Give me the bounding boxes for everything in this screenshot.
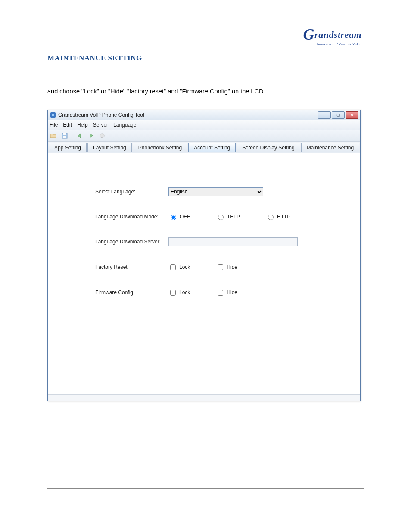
check-firmware-lock-label: Lock — [179, 289, 190, 296]
folder-open-icon[interactable] — [50, 132, 57, 140]
maximize-button[interactable]: ▢ — [332, 111, 345, 119]
svg-point-1 — [52, 114, 54, 116]
check-factory-hide-label: Hide — [227, 264, 237, 270]
menu-edit[interactable]: Edit — [63, 122, 72, 128]
check-firmware-hide-label: Hide — [227, 289, 237, 296]
brand-logo: Grandstream Innovative IP Voice & Video — [303, 24, 361, 46]
label-factory-reset: Factory Reset: — [95, 264, 168, 270]
back-arrow-icon[interactable] — [76, 132, 84, 140]
titlebar: Grandstream VoIP Phone Config Tool – ▢ ✕ — [48, 110, 360, 120]
radio-off[interactable]: OFF — [168, 213, 190, 220]
tab-screen-display-setting[interactable]: Screen Display Setting — [237, 143, 300, 152]
radio-tftp[interactable]: TFTP — [216, 213, 240, 220]
label-firmware-config: Firmware Config: — [95, 289, 168, 296]
radio-http-label: HTTP — [277, 214, 290, 220]
check-factory-lock-label: Lock — [179, 264, 190, 270]
tab-phonebook-setting[interactable]: Phonebook Setting — [133, 143, 187, 152]
app-window: Grandstream VoIP Phone Config Tool – ▢ ✕… — [47, 110, 361, 401]
tabstrip: App Setting Layout Setting Phonebook Set… — [48, 142, 360, 152]
select-language[interactable]: English — [168, 187, 263, 196]
app-icon — [50, 112, 56, 118]
tab-account-setting[interactable]: Account Setting — [188, 143, 236, 152]
svg-rect-4 — [63, 136, 66, 138]
svg-point-5 — [100, 134, 104, 138]
check-firmware-hide[interactable]: Hide — [216, 289, 237, 297]
svg-rect-3 — [63, 133, 66, 135]
menu-file[interactable]: File — [50, 122, 58, 128]
input-download-server[interactable] — [168, 237, 298, 246]
footer-rule — [47, 488, 364, 489]
body-text: and choose "Lock" or "Hide" "factory res… — [47, 86, 364, 97]
statusbar — [48, 394, 360, 401]
menubar: File Edit Help Server Language — [48, 120, 360, 130]
radio-off-label: OFF — [180, 214, 190, 220]
forward-arrow-icon[interactable] — [87, 132, 95, 140]
label-download-mode: Language Download Mode: — [95, 214, 168, 220]
save-icon[interactable] — [61, 132, 68, 140]
menu-help[interactable]: Help — [77, 122, 88, 128]
check-firmware-lock[interactable]: Lock — [168, 289, 190, 297]
logo-rest: randstream — [314, 29, 361, 40]
radio-http[interactable]: HTTP — [266, 213, 290, 220]
circle-icon[interactable] — [98, 132, 106, 140]
menu-server[interactable]: Server — [93, 122, 108, 128]
tab-pane: Select Language: English Language Downlo… — [48, 152, 360, 394]
toolbar — [48, 130, 360, 142]
label-select-language: Select Language: — [95, 189, 168, 195]
tab-layout-setting[interactable]: Layout Setting — [87, 143, 132, 152]
check-factory-hide[interactable]: Hide — [216, 263, 237, 271]
tab-maintenance-setting[interactable]: Maintenance Setting — [301, 143, 359, 152]
menu-language[interactable]: Language — [113, 122, 136, 128]
window-title: Grandstream VoIP Phone Config Tool — [58, 112, 317, 118]
toolbar-separator — [72, 132, 72, 140]
close-button[interactable]: ✕ — [346, 111, 358, 119]
tab-app-setting[interactable]: App Setting — [49, 143, 87, 152]
minimize-button[interactable]: – — [318, 111, 331, 119]
check-factory-lock[interactable]: Lock — [168, 263, 190, 271]
section-title: MAINTENANCE SETTING — [47, 54, 364, 62]
label-download-server: Language Download Server: — [95, 239, 168, 245]
radio-tftp-label: TFTP — [227, 214, 240, 220]
logo-g: G — [303, 25, 315, 44]
